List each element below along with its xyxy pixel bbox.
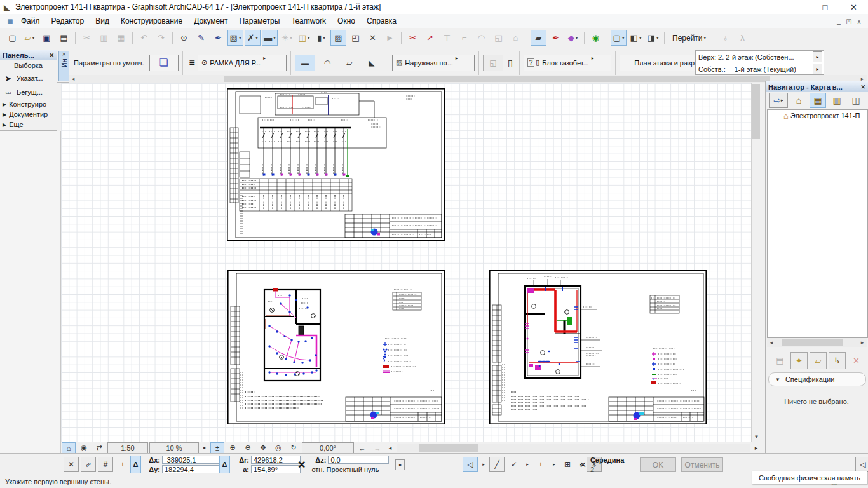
info-box-scrollbar[interactable]: ◂ ▸: [69, 75, 867, 83]
building-material-button[interactable]: ? ▯ Блок газобет... ▸: [524, 55, 611, 71]
info-box-tab[interactable]: ✕ Ин: [58, 51, 69, 81]
own-story-button[interactable]: ▸: [813, 64, 822, 74]
navigator-close-icon[interactable]: ✕: [860, 84, 865, 90]
zoom-menu-icon[interactable]: ▸: [200, 442, 209, 454]
pan-button[interactable]: ✥: [256, 442, 270, 454]
toolbox-group-document[interactable]: ▶ Документир: [0, 109, 57, 119]
wall-height-icon[interactable]: ▯: [508, 58, 513, 68]
save-view-button[interactable]: ↳: [829, 352, 846, 369]
layout-sheet-lighting-plan[interactable]: [227, 270, 445, 424]
menu-document[interactable]: Документ: [188, 14, 233, 28]
top-link-button[interactable]: ▸: [813, 51, 822, 62]
marquee-tool-button[interactable]: ▧: [227, 30, 243, 46]
zoom-percent-button[interactable]: 10 %: [149, 442, 199, 454]
layout-book-button[interactable]: ▥: [829, 93, 845, 108]
redo-button[interactable]: ↷: [153, 30, 169, 46]
menu-file[interactable]: Файл: [15, 14, 46, 28]
rebuild-button[interactable]: ⇄: [92, 442, 106, 454]
menu-options[interactable]: Параметры: [233, 14, 285, 28]
tree-item-project[interactable]: ····· ⌂ Электропроект 141-П: [768, 110, 867, 121]
scroll-left-icon[interactable]: ◂: [69, 76, 78, 82]
quick-options-button[interactable]: ⌂: [62, 442, 76, 454]
layout-sheet-socket-plan[interactable]: [489, 270, 707, 424]
scroll-down-icon[interactable]: ▼: [752, 431, 761, 442]
dz-field[interactable]: 0,0: [328, 456, 389, 464]
relative-coords-button[interactable]: ✕: [64, 457, 79, 472]
adjust-button[interactable]: ↗: [422, 30, 438, 46]
roof-button[interactable]: ⌂: [508, 30, 524, 46]
dimension-settings-button[interactable]: ◰: [348, 30, 363, 46]
delta-xy-toggle[interactable]: Δ: [130, 456, 141, 473]
scale-button[interactable]: 1:50: [107, 442, 148, 454]
menu-edit[interactable]: Редактор: [46, 14, 90, 28]
intersect-button[interactable]: ⌐: [456, 30, 472, 46]
canvas-hscroll-thumb[interactable]: [419, 444, 478, 452]
cursor-snap-button[interactable]: ◁: [463, 457, 478, 472]
project-chooser-button[interactable]: ⇨▸: [769, 93, 788, 108]
minimize-button[interactable]: –: [782, 1, 811, 14]
menu-help[interactable]: Справка: [361, 14, 402, 28]
next-zoom-button[interactable]: →: [370, 442, 384, 454]
fill-settings-button[interactable]: ▨: [330, 30, 346, 46]
reference-menu-button[interactable]: ▸: [395, 459, 405, 470]
snap-offset-button[interactable]: +: [533, 457, 548, 472]
navigator-hscrollbar[interactable]: ◂ ▸: [767, 338, 867, 347]
delete-button[interactable]: ✕: [365, 30, 381, 46]
open-file-button[interactable]: ▱: [22, 30, 37, 46]
new-viewpoint-button[interactable]: ✦: [790, 352, 808, 369]
toolbox-group-more[interactable]: ▶ Еще: [0, 119, 57, 130]
previous-zoom-button[interactable]: ←: [355, 442, 369, 454]
mdi-restore-button[interactable]: ◳: [844, 17, 854, 25]
menu-design[interactable]: Конструирование: [115, 14, 188, 28]
guide-lines-button[interactable]: ⇗: [81, 457, 96, 472]
snap-arrow-icon[interactable]: ▸: [524, 457, 531, 472]
close-button[interactable]: ✕: [839, 1, 868, 14]
rotate-polygon-button[interactable]: ▰: [531, 30, 546, 46]
paste-button[interactable]: ▦: [113, 30, 129, 46]
layout-sheet-schematic[interactable]: [227, 88, 445, 241]
element-settings-button[interactable]: ▬: [262, 30, 278, 46]
master-layout-button[interactable]: ◨: [645, 30, 661, 46]
delete-item-button[interactable]: ✕: [848, 352, 865, 369]
arrow-tool[interactable]: ➤ Указат...: [0, 71, 57, 85]
inject-parameters-button[interactable]: ✒: [210, 30, 226, 46]
cut-button[interactable]: ✂: [79, 30, 95, 46]
scroll-left-icon[interactable]: ◂: [767, 339, 776, 346]
canvas-horizontal-scrollbar[interactable]: [397, 444, 750, 452]
cancel-button[interactable]: Отменить: [681, 458, 723, 472]
favorites-button[interactable]: ✳: [279, 30, 295, 46]
canvas-vscroll-thumb[interactable]: [752, 84, 760, 139]
preview-zoom-button[interactable]: ◉: [77, 442, 91, 454]
dy-field[interactable]: 182294,4: [162, 465, 220, 473]
print-button[interactable]: ▤: [56, 30, 72, 46]
pen-set-button[interactable]: ▮: [313, 30, 329, 46]
navigator-tree[interactable]: ····· ⌂ Электропроект 141-П: [767, 109, 868, 338]
scroll-right-icon[interactable]: ▸: [858, 339, 867, 346]
reference-line-button[interactable]: ◱: [483, 55, 503, 71]
a-field[interactable]: 154,89°: [251, 465, 301, 473]
markup-pen-button[interactable]: ✒: [548, 30, 564, 46]
help-globe-button[interactable]: ♁: [717, 30, 733, 46]
snap-arrow-icon[interactable]: ▸: [550, 457, 558, 472]
navigator-header[interactable]: Навигатор - Карта в... ✕: [766, 81, 868, 92]
zoom-in-button[interactable]: ⊕: [226, 442, 240, 454]
snap-angle-button[interactable]: ✓: [506, 457, 522, 472]
navigator-hscroll-thumb[interactable]: [782, 339, 843, 346]
info-box-close-icon[interactable]: ✕: [62, 51, 66, 57]
orientation-button[interactable]: 0,00°: [302, 442, 354, 454]
drag-button[interactable]: ⊤: [439, 30, 455, 46]
zoom-set-button[interactable]: ±: [210, 442, 224, 454]
snap-arrow-icon[interactable]: ▸: [480, 457, 487, 472]
dr-field[interactable]: 429618,2: [251, 456, 301, 464]
layer-frame-button[interactable]: ⊙ РАМКА ДЛЯ Р... ▸: [198, 55, 287, 71]
toolbox-header[interactable]: Панель... ✕: [0, 50, 57, 60]
cursor-button[interactable]: ►: [382, 30, 398, 46]
composite-fill-button[interactable]: ▨ Наружная по... ▸: [392, 55, 475, 71]
geometry-curved-button[interactable]: ◠: [317, 55, 337, 71]
maximize-button[interactable]: □: [811, 1, 839, 14]
save-button[interactable]: ▣: [39, 30, 55, 46]
trim-tool-button[interactable]: ✗: [245, 30, 261, 46]
geometry-polygon-button[interactable]: ◣: [362, 55, 382, 71]
tracker-overflow-button[interactable]: ◁: [855, 457, 868, 472]
dx-field[interactable]: -389025,1: [162, 456, 220, 464]
